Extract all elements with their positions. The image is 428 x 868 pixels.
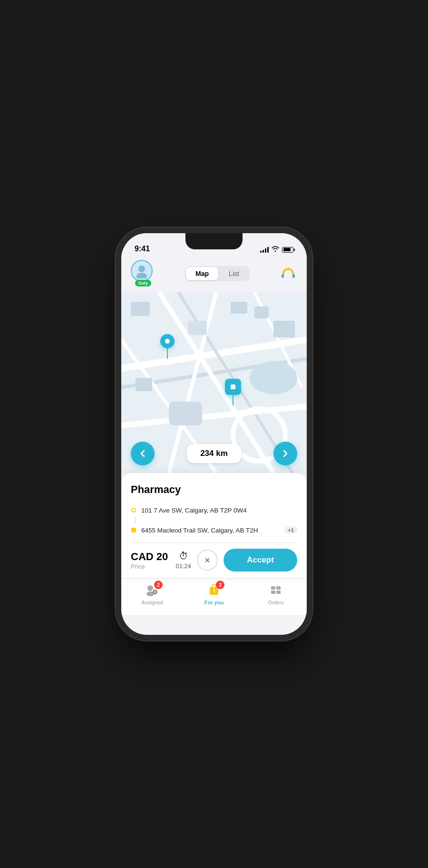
- svg-rect-28: [276, 586, 281, 590]
- for-you-label: For you: [204, 600, 224, 605]
- decline-button[interactable]: ×: [197, 550, 218, 571]
- address-list: 101 7 Ave SW, Calgary, AB T2P 0W4 6455 M…: [131, 503, 297, 537]
- support-button[interactable]: [279, 265, 297, 283]
- wifi-icon: [272, 246, 279, 253]
- pickup-pin-stem: [167, 348, 168, 359]
- close-icon: ×: [204, 555, 210, 565]
- assigned-icon-wrap: 2: [145, 582, 160, 598]
- header: Duty Map List: [121, 257, 307, 292]
- svg-rect-2: [282, 274, 284, 278]
- svg-point-0: [138, 266, 145, 272]
- timer-text: 01:24: [175, 562, 191, 570]
- signal-icon: [260, 247, 269, 253]
- price-value: CAD 20: [131, 551, 170, 563]
- svg-rect-20: [136, 378, 152, 391]
- nav-item-for-you[interactable]: 3 For you: [183, 582, 245, 605]
- dropoff-pin-square: [225, 379, 241, 395]
- next-order-button[interactable]: [273, 442, 297, 465]
- dropoff-pin-stem: [233, 395, 234, 405]
- bottom-nav: 2 Assigned 3 For you: [121, 578, 307, 615]
- dropoff-dot: [131, 528, 136, 533]
- tab-list[interactable]: List: [219, 267, 249, 280]
- svg-rect-19: [273, 321, 295, 337]
- notch: [185, 233, 243, 249]
- dropoff-address-row: 6455 Macleod Trail SW, Calgary, AB T2H +…: [131, 523, 297, 537]
- tab-switcher: Map List: [185, 266, 250, 281]
- accept-button[interactable]: Accept: [224, 549, 297, 572]
- chevron-right-icon: [281, 449, 290, 458]
- dropoff-pin: [225, 379, 241, 405]
- pickup-pin-circle: [160, 334, 175, 348]
- tab-map[interactable]: Map: [186, 267, 218, 280]
- orders-label: Orders: [268, 600, 284, 605]
- svg-rect-22: [231, 302, 247, 314]
- price-block: CAD 20 Price: [131, 551, 170, 570]
- nav-item-assigned[interactable]: 2 Assigned: [121, 582, 183, 605]
- distance-badge: 234 km: [187, 444, 241, 463]
- duty-badge: Duty: [135, 280, 151, 286]
- pickup-address-text: 101 7 Ave SW, Calgary, AB T2P 0W4: [141, 507, 297, 514]
- extra-stops-badge: +1: [284, 526, 297, 534]
- pickup-dot: [131, 508, 136, 513]
- svg-rect-16: [169, 402, 202, 425]
- timer-icon: ⏱: [179, 551, 188, 562]
- pickup-address-row: 101 7 Ave SW, Calgary, AB T2P 0W4: [131, 503, 297, 517]
- divider: [131, 542, 297, 543]
- price-label: Price: [131, 563, 170, 570]
- phone-frame: 9:41: [121, 233, 307, 635]
- svg-point-1: [136, 273, 147, 278]
- status-icons: [260, 246, 293, 253]
- order-actions: CAD 20 Price ⏱ 01:24 × Accept: [131, 549, 297, 572]
- avatar: [131, 260, 153, 282]
- svg-rect-21: [188, 321, 207, 335]
- svg-rect-29: [271, 591, 275, 594]
- headphone-icon: [281, 267, 296, 280]
- dropoff-pin-inner: [231, 385, 235, 389]
- for-you-icon-wrap: 3: [206, 582, 222, 598]
- for-you-badge: 3: [216, 581, 224, 589]
- nav-controls: 234 km: [121, 442, 307, 465]
- timer-block: ⏱ 01:24: [175, 551, 191, 570]
- svg-point-23: [147, 585, 153, 591]
- pickup-pin: [160, 334, 175, 359]
- person-icon: [134, 263, 149, 278]
- prev-order-button[interactable]: [131, 442, 155, 465]
- svg-rect-30: [276, 591, 281, 594]
- order-title: Pharmacy: [131, 483, 297, 496]
- svg-rect-3: [292, 274, 295, 278]
- svg-rect-17: [131, 302, 150, 316]
- map-area: 234 km: [121, 292, 307, 473]
- status-time: 9:41: [135, 245, 150, 253]
- orders-icon: [269, 583, 282, 597]
- chevron-left-icon: [138, 449, 147, 458]
- svg-rect-18: [254, 306, 269, 318]
- nav-item-orders[interactable]: Orders: [245, 582, 307, 605]
- dropoff-address-text: 6455 Macleod Trail SW, Calgary, AB T2H: [141, 527, 280, 534]
- pickup-pin-inner: [165, 339, 170, 344]
- assigned-badge: 2: [154, 581, 163, 589]
- battery-icon: [282, 247, 293, 253]
- order-card: Pharmacy 101 7 Ave SW, Calgary, AB T2P 0…: [121, 473, 307, 578]
- orders-icon-wrap: [268, 582, 283, 598]
- address-connector: [135, 517, 136, 523]
- svg-point-15: [250, 361, 297, 395]
- svg-rect-27: [271, 586, 275, 590]
- avatar-container[interactable]: Duty: [131, 260, 156, 287]
- assigned-label: Assigned: [141, 600, 163, 605]
